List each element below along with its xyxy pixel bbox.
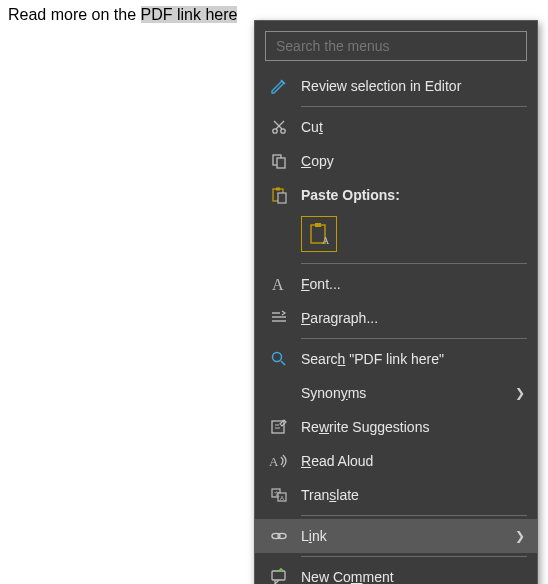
svg-text:A: A [272,276,284,293]
context-menu: Review selection in Editor Cut Copy Past… [254,20,538,584]
svg-text:A: A [269,454,279,469]
menu-item-read-aloud[interactable]: A Read Aloud [255,444,537,478]
pen-icon [267,77,291,95]
menu-label: Font... [291,276,525,292]
paragraph-icon [267,309,291,327]
svg-line-17 [281,361,285,365]
svg-point-1 [281,129,285,133]
scissors-icon [267,118,291,136]
menu-label: Link [291,528,509,544]
paste-options-row: A [255,212,537,260]
menu-item-paste-options: Paste Options: [255,178,537,212]
document-text[interactable]: Read more on the PDF link here [8,6,237,23]
menu-label: Search "PDF link here" [291,351,525,367]
chevron-right-icon: ❯ [509,386,525,400]
paste-icon [267,186,291,204]
menu-label: Paragraph... [291,310,525,326]
svg-point-16 [273,353,282,362]
clipboard-a-icon: A [308,222,330,246]
separator [301,515,527,516]
menu-item-synonyms[interactable]: Synonyms ❯ [255,376,537,410]
menu-item-link[interactable]: Link ❯ [255,519,537,553]
menu-item-paragraph[interactable]: Paragraph... [255,301,537,335]
rewrite-icon [267,418,291,436]
svg-point-0 [273,129,277,133]
menu-label: Cut [291,119,525,135]
menu-label: Synonyms [291,385,509,401]
menu-label: Read Aloud [291,453,525,469]
menu-item-new-comment[interactable]: New Comment [255,560,537,584]
svg-point-27 [278,533,286,538]
menu-item-search-selection[interactable]: Search "PDF link here" [255,342,537,376]
menu-label: New Comment [291,569,525,584]
svg-rect-18 [272,421,284,433]
selected-text[interactable]: PDF link here [141,6,238,23]
svg-text:A: A [322,235,330,246]
link-icon [267,527,291,545]
search-wrap [255,27,537,69]
menu-item-cut[interactable]: Cut [255,110,537,144]
copy-icon [267,152,291,170]
menu-label: Rewrite Suggestions [291,419,525,435]
read-aloud-icon: A [267,452,291,470]
document-area[interactable]: Read more on the PDF link here Review se… [0,0,548,584]
separator [301,106,527,107]
svg-rect-28 [272,571,285,580]
separator [301,556,527,557]
svg-rect-7 [276,188,280,191]
search-menus-input[interactable] [265,31,527,61]
text-before: Read more on the [8,6,141,23]
menu-label: Paste Options: [291,187,525,203]
menu-label: Review selection in Editor [291,78,525,94]
menu-label: Copy [291,153,525,169]
svg-rect-5 [277,158,285,168]
separator [301,338,527,339]
menu-item-translate[interactable]: 文A Translate [255,478,537,512]
svg-text:A: A [280,495,284,501]
font-a-icon: A [267,275,291,293]
search-icon [267,350,291,368]
chevron-right-icon: ❯ [509,529,525,543]
menu-label: Translate [291,487,525,503]
menu-item-font[interactable]: A Font... [255,267,537,301]
menu-item-review-selection[interactable]: Review selection in Editor [255,69,537,103]
svg-rect-8 [278,193,286,203]
translate-icon: 文A [267,486,291,504]
paste-keep-source-button[interactable]: A [301,216,337,252]
svg-text:文: 文 [274,490,280,497]
menu-item-rewrite-suggestions[interactable]: Rewrite Suggestions [255,410,537,444]
comment-icon [267,568,291,584]
separator [301,263,527,264]
svg-rect-10 [315,223,321,227]
menu-item-copy[interactable]: Copy [255,144,537,178]
